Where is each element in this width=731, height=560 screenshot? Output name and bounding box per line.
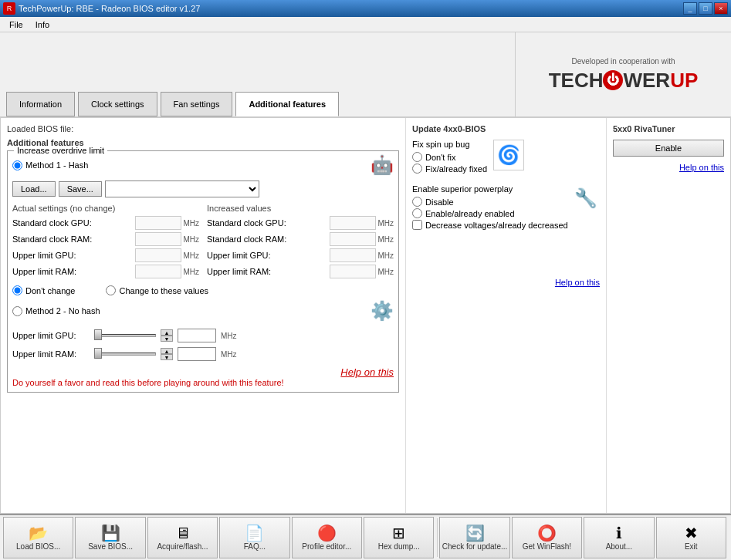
header-area: Information Clock settings Fan settings … — [0, 32, 731, 117]
incr-std-gpu-label: Standard clock GPU: — [207, 218, 286, 228]
method2-radio-label[interactable]: Method 2 - No hash — [12, 306, 100, 316]
dont-fix-option[interactable]: Don't fix — [412, 152, 487, 162]
menu-file[interactable]: File — [3, 19, 29, 31]
acquire-flash-button[interactable]: 🖥 Acquire/flash... — [147, 517, 218, 558]
fix-already-option[interactable]: Fix/already fixed — [412, 164, 487, 174]
help-on-this-link-main[interactable]: Help on this — [340, 366, 394, 378]
load-button[interactable]: Load... — [12, 181, 56, 197]
actual-settings-title: Actual settings (no change) — [12, 204, 199, 213]
acquire-flash-label: Acquire/flash... — [157, 542, 208, 551]
actual-upper-ram-row: Upper limit RAM: MHz — [12, 265, 199, 278]
get-winflash-button[interactable]: ⭕ Get WinFlash! — [512, 517, 582, 558]
settings-grid: Actual settings (no change) Standard clo… — [12, 204, 394, 281]
dont-change-label[interactable]: Don't change — [12, 285, 75, 295]
check-update-button[interactable]: 🔄 Check for update... — [439, 517, 509, 558]
tabs-section: Information Clock settings Fan settings … — [0, 32, 515, 116]
upper-limit-ram-thumb[interactable] — [94, 348, 102, 359]
method2-row: Method 2 - No hash ⚙️ — [12, 300, 394, 322]
close-button[interactable]: × — [714, 2, 728, 15]
profile-editor-button[interactable]: 🔴 Profile editor... — [292, 517, 362, 558]
load-bios-button[interactable]: 📂 Load BIOS... — [3, 517, 73, 558]
actual-std-gpu-input[interactable] — [135, 216, 181, 230]
incr-upper-gpu-input[interactable] — [330, 248, 376, 262]
actual-upper-ram-input[interactable] — [135, 265, 181, 278]
disable-radio[interactable] — [412, 197, 422, 207]
upper-limit-gpu-input[interactable] — [178, 329, 216, 342]
main-panel: Loaded BIOS file: Additional features In… — [1, 118, 406, 513]
profile-editor-icon: 🔴 — [317, 525, 337, 541]
hex-dump-label: Hex dump... — [378, 542, 420, 551]
maximize-button[interactable]: □ — [699, 2, 712, 15]
menu-info[interactable]: Info — [29, 19, 56, 31]
exit-label: Exit — [685, 542, 698, 551]
upper-limit-gpu-label: Upper limit GPU: — [12, 331, 90, 340]
hex-dump-button[interactable]: ⊞ Hex dump... — [364, 517, 434, 558]
enable-superior-title: Enable superior powerplay — [412, 184, 568, 194]
exit-button[interactable]: ✖ Exit — [656, 517, 726, 558]
enable-already-radio[interactable] — [412, 208, 422, 218]
upper-limit-gpu-arrows[interactable]: ▲ ▼ — [161, 329, 173, 342]
logo-developed-text: Developed in cooperation with — [572, 57, 675, 66]
app-title: TechPowerUp: RBE - Radeon BIOS editor v1… — [19, 4, 683, 13]
tab-additional-features[interactable]: Additional features — [235, 92, 339, 116]
title-bar: R TechPowerUp: RBE - Radeon BIOS editor … — [0, 0, 731, 17]
upper-limit-ram-track — [94, 353, 156, 356]
tab-fan-settings[interactable]: Fan settings — [161, 92, 233, 116]
about-button[interactable]: ℹ About... — [584, 517, 654, 558]
method1-radio-label[interactable]: Method 1 - Hash — [12, 160, 88, 170]
get-winflash-label: Get WinFlash! — [523, 542, 571, 551]
increased-values-col: Increased values Standard clock GPU: MHz… — [207, 204, 394, 281]
actual-upper-gpu-label: Upper limit GPU: — [12, 251, 76, 260]
upper-limit-gpu-mhz: MHz — [221, 332, 237, 340]
check-update-label: Check for update... — [442, 542, 508, 551]
fan-icon: 🌀 — [493, 140, 524, 170]
content-area: Loaded BIOS file: Additional features In… — [0, 117, 731, 514]
upper-limit-ram-slider-container — [94, 346, 156, 362]
incr-std-ram-input[interactable] — [330, 232, 376, 246]
method2-icon: ⚙️ — [371, 300, 394, 322]
upper-limit-ram-up[interactable]: ▲ — [161, 348, 173, 354]
help-on-this-link-rivatuner[interactable]: Help on this — [679, 163, 724, 172]
dont-fix-radio[interactable] — [412, 152, 422, 162]
actual-upper-gpu-input[interactable] — [135, 248, 181, 262]
save-bios-button[interactable]: 💾 Save BIOS... — [75, 517, 145, 558]
disable-option[interactable]: Disable — [412, 197, 568, 207]
change-to-label[interactable]: Change to these values — [106, 285, 208, 295]
upper-limit-gpu-thumb[interactable] — [94, 329, 102, 340]
actual-upper-ram-value: MHz — [135, 265, 199, 278]
enable-button[interactable]: Enable — [613, 140, 724, 157]
help-on-this-link-update[interactable]: Help on this — [555, 278, 600, 287]
actual-std-ram-input[interactable] — [135, 232, 181, 246]
upper-limit-gpu-up[interactable]: ▲ — [161, 329, 173, 336]
minimize-button[interactable]: _ — [683, 2, 697, 15]
tab-clock-settings[interactable]: Clock settings — [78, 92, 157, 116]
upper-limit-ram-arrows[interactable]: ▲ ▼ — [161, 348, 173, 360]
logo-wer: WER — [623, 69, 670, 93]
enable-already-option[interactable]: Enable/already enabled — [412, 208, 568, 218]
incr-upper-ram-input[interactable] — [330, 265, 376, 278]
change-to-radio[interactable] — [106, 285, 116, 295]
incr-upper-ram-row: Upper limit RAM: MHz — [207, 265, 394, 278]
upper-limit-ram-down[interactable]: ▼ — [161, 354, 173, 360]
loaded-bios-label: Loaded BIOS file: — [7, 124, 399, 133]
upper-limit-ram-input[interactable] — [178, 347, 216, 361]
tab-information[interactable]: Information — [6, 92, 75, 116]
upper-limit-ram-label: Upper limit RAM: — [12, 349, 90, 359]
update-panel: Update 4xx0-BIOS Fix spin up bug Don't f… — [406, 118, 607, 513]
save-button[interactable]: Save... — [59, 181, 102, 197]
method1-radio[interactable] — [12, 160, 22, 170]
fix-already-radio[interactable] — [412, 164, 422, 174]
group-title: Increase overdrive limit — [14, 146, 107, 155]
decrease-voltages-checkbox[interactable] — [412, 220, 422, 230]
incr-upper-gpu-value: MHz — [330, 248, 394, 262]
change-options-row: Don't change Change to these values — [12, 285, 394, 295]
about-icon: ℹ — [616, 525, 622, 541]
profile-dropdown[interactable] — [105, 180, 259, 197]
upper-limit-gpu-down[interactable]: ▼ — [161, 336, 173, 342]
method2-radio[interactable] — [12, 306, 22, 316]
incr-std-gpu-input[interactable] — [330, 216, 376, 230]
decrease-voltages-option[interactable]: Decrease voltages/already decreased — [412, 220, 568, 230]
faq-button[interactable]: 📄 FAQ... — [219, 517, 289, 558]
load-bios-icon: 📂 — [29, 525, 48, 541]
dont-change-radio[interactable] — [12, 285, 22, 295]
